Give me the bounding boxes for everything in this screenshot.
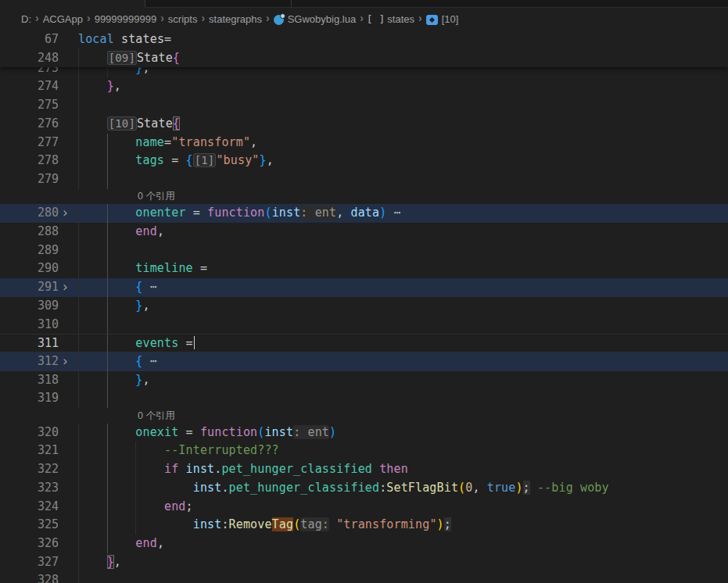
code-line-327[interactable]: 327}, (0, 553, 728, 572)
code-line-310[interactable]: 310 (0, 316, 728, 334)
breadcrumb-item-states[interactable]: states (387, 13, 414, 25)
code-line-326[interactable]: 326end, (0, 535, 728, 553)
code-text: if inst.pet_hunger_classified then (164, 460, 408, 479)
breadcrumb-item-sgwobybig-lua[interactable]: SGwobybig.lua (288, 13, 356, 25)
code-line-279[interactable]: 279 (0, 170, 728, 189)
code-line-328[interactable]: 328 (0, 571, 728, 583)
indent-guide (107, 424, 108, 442)
code-token: inst (272, 206, 301, 220)
inlay-hint: [1] (193, 153, 217, 167)
code-line-323[interactable]: 323inst.pet_hunger_classified:SetFlagBit… (0, 479, 728, 498)
code-line-275[interactable]: 275 (0, 96, 728, 115)
indent-guide (107, 316, 108, 334)
indent-guide (78, 115, 79, 134)
fold-chevron-icon[interactable]: › (63, 278, 75, 297)
breadcrumb-item-stategraphs[interactable]: stategraphs (209, 13, 262, 25)
code-token: , (143, 299, 150, 313)
code-lines: 273},274},275276[10]State{277name="trans… (0, 59, 728, 583)
breadcrumb-item-99999999999[interactable]: 99999999999 (95, 13, 157, 25)
inlay-hint: [09] (107, 51, 137, 65)
text-cursor (194, 336, 195, 349)
line-number: 274 (0, 77, 59, 96)
code-line-324[interactable]: 324end; (0, 498, 728, 517)
code-token: true (487, 481, 516, 495)
indent-guide (78, 204, 79, 223)
code-line-280[interactable]: 280›onenter = function(inst: ent, data) … (0, 204, 728, 223)
code-token: tags (135, 153, 164, 167)
chevron-right-icon: › (35, 12, 39, 24)
code-text: events = (135, 334, 195, 352)
breadcrumb-item-d-[interactable]: D: (21, 13, 31, 25)
code-line-322[interactable]: 322if inst.pet_hunger_classified then (0, 460, 728, 479)
fold-chevron-icon[interactable]: › (63, 204, 75, 223)
code-line-312[interactable]: 312›{ ⋯ (0, 352, 728, 371)
code-line-278[interactable]: 278tags = {[1]"busy"}, (0, 152, 728, 170)
code-text: }, (107, 77, 121, 96)
indent-guide (107, 479, 108, 498)
code-line-289[interactable]: 289 (0, 241, 728, 260)
code-line-309[interactable]: 309}, (0, 297, 728, 316)
fold-ellipsis: ⋯ (143, 354, 157, 368)
codelens-label[interactable]: 0 个引用 (138, 190, 175, 203)
indent-guide (78, 77, 79, 96)
code-line-277[interactable]: 277name="transform", (0, 134, 728, 152)
code-line-67[interactable]: 67local states= (0, 30, 728, 48)
line-number: 319 (0, 389, 59, 408)
code-token: = (164, 135, 171, 149)
code-token: SetFlagBit (386, 481, 458, 495)
line-number: 325 (0, 516, 59, 535)
code-text: }, (107, 553, 121, 572)
code-token: --big woby (530, 481, 609, 495)
breadcrumb[interactable]: D:›ACGApp›99999999999›scripts›stategraph… (0, 8, 728, 30)
code-token: = (186, 206, 208, 220)
code-token: ; (523, 481, 530, 495)
code-line-325[interactable]: 325inst:RemoveTag(tag: "transforming"); (0, 516, 728, 535)
breadcrumb-item--10-[interactable]: [10] (442, 13, 459, 25)
code-line-320[interactable]: 320onexit = function(inst: ent) (0, 424, 728, 442)
code-line-319[interactable]: 319 (0, 389, 728, 408)
code-line-274[interactable]: 274}, (0, 77, 728, 96)
codelens-references[interactable]: 0 个引用 (0, 408, 728, 424)
code-text: end; (164, 498, 193, 517)
code-token: State (137, 51, 173, 65)
tab-bar[interactable] (0, 0, 728, 8)
code-line-288[interactable]: 288end, (0, 223, 728, 241)
chevron-right-icon: › (160, 12, 164, 24)
code-line-276[interactable]: 276[10]State{ (0, 115, 728, 134)
codelens-label[interactable]: 0 个引用 (138, 410, 175, 423)
code-token: Remove (229, 517, 272, 531)
breadcrumb-item-acgapp[interactable]: ACGApp (43, 13, 83, 25)
breadcrumb-item-scripts[interactable]: scripts (168, 13, 198, 25)
code-line-321[interactable]: 321--Interrupted??? (0, 442, 728, 460)
code-text: [09]State{ (107, 48, 180, 67)
code-line-248[interactable]: 248[09]State{ (0, 48, 728, 67)
fold-ellipsis: ⋯ (143, 280, 157, 294)
code-token: = (164, 153, 186, 167)
indent-guide (78, 223, 79, 241)
editor-pane[interactable]: 273},274},275276[10]State{277name="trans… (0, 30, 728, 583)
indent-guide (107, 535, 108, 553)
code-text: end, (135, 223, 164, 241)
line-number: 276 (0, 115, 59, 134)
codelens-references[interactable]: 0 个引用 (0, 189, 728, 205)
chevron-right-icon: › (266, 12, 270, 24)
indent-guide (78, 498, 79, 517)
code-token: , (157, 224, 164, 238)
fold-chevron-icon[interactable]: › (63, 352, 75, 371)
code-token: } (135, 299, 142, 313)
line-number: 67 (0, 30, 59, 48)
active-tab[interactable] (0, 0, 145, 8)
bracket-match: { (173, 116, 180, 131)
code-line-311[interactable]: 311events = (0, 334, 728, 352)
code-token: . (221, 481, 228, 495)
indent-guide (78, 170, 79, 189)
line-number: 288 (0, 223, 59, 241)
sticky-scroll[interactable]: 67local states=248[09]State{ (0, 30, 728, 67)
code-line-318[interactable]: 318}, (0, 371, 728, 390)
find-match-highlight: Tag (272, 517, 294, 531)
code-line-290[interactable]: 290timeline = (0, 259, 728, 278)
line-number: 327 (0, 553, 59, 572)
code-line-291[interactable]: 291›{ ⋯ (0, 278, 728, 297)
indent-guide (135, 442, 136, 460)
code-token: "transform" (171, 135, 250, 149)
